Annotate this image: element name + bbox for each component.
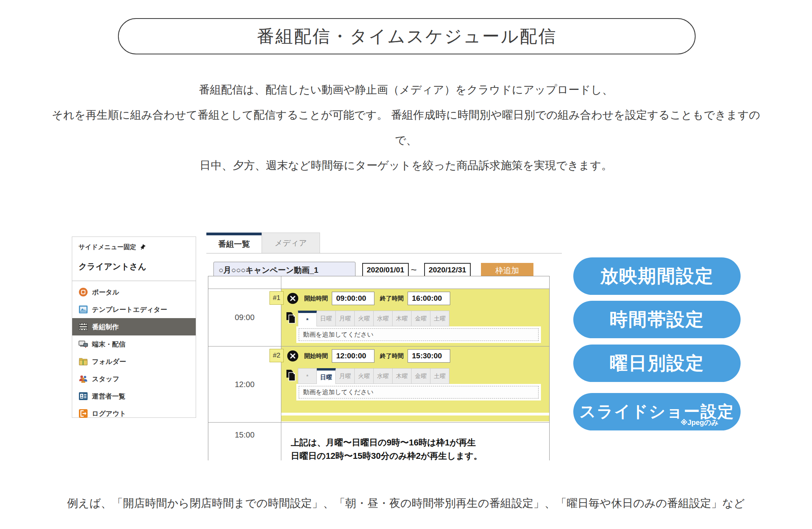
sidebar-item-label: 端末・配信 [92,340,125,349]
day-tab-mon[interactable]: 月曜 [336,368,355,384]
sidebar-item-portal[interactable]: ポータル [72,283,196,301]
day-tab-thu[interactable]: 木曜 [393,311,412,326]
start-time-label: 開始時間 [304,295,328,302]
frame-1: #1 開始時間 09:00:00 終了時間 16:00:00 * [281,289,549,346]
badge-slideshow-note: ※Jpegのみ [681,418,718,427]
add-video-dropzone[interactable]: 動画を追加してください [299,386,539,399]
folder-icon [79,357,88,366]
day-tab-tue[interactable]: 火曜 [355,311,374,326]
page-title: 番組配信・タイムスケジュール配信 [118,18,696,54]
add-video-dropzone[interactable]: 動画を追加してください [299,328,539,341]
schedule-table: 09:00 #1 開始時間 09:00:00 終了時間 16:00:00 [208,276,550,460]
day-tab-label: * [306,373,309,380]
day-tab-all[interactable]: * [298,311,317,326]
day-tab-label: 水曜 [377,373,389,380]
intro-paragraph: 番組配信は、配信したい動画や静止画（メディア）をクラウドにアップロードし、 それ… [0,77,812,178]
frame-1-video-area: 動画を追加してください [296,326,541,343]
frame-2-time-row: 開始時間 12:00:00 終了時間 15:30:00 [281,346,549,363]
example-text: 例えば、「開店時間から閉店時間までの時間設定」、「朝・昼・夜の時間帯別再生の番組… [0,496,812,511]
sidebar-pin-toggle[interactable]: サイドメニュー固定 [72,237,196,251]
day-tab-label: * [306,317,309,323]
day-tab-mon[interactable]: 月曜 [336,311,355,326]
delete-frame-icon[interactable] [287,350,299,362]
day-tab-label: 木曜 [396,315,408,322]
schedule-note-line: 日曜日の12時〜15時30分のみ枠2が再生します。 [291,449,549,460]
tab-media[interactable]: メディア [262,233,320,253]
copy-frame-icon[interactable] [285,312,296,324]
schedule-header-row [208,276,549,289]
day-tab-all[interactable]: * [298,368,317,384]
time-label-1500: 15:00 [208,423,281,460]
frame-1-time-row: 開始時間 09:00:00 終了時間 16:00:00 [281,289,549,305]
operators-list-icon [79,391,88,401]
tab-label: 番組一覧 [218,239,250,250]
day-tab-wed[interactable]: 水曜 [374,311,393,326]
pushpin-icon [139,244,146,251]
tab-program-list[interactable]: 番組一覧 [206,233,262,253]
intro-line: で、 [0,128,812,153]
page: 番組配信・タイムスケジュール配信 番組配信は、配信したい動画や静止画（メディア）… [0,0,812,529]
intro-line: それを再生順に組み合わせて番組として配信することが可能です。 番組作成時に時間別… [0,102,812,128]
staff-icon [79,374,88,384]
day-tab-label: 土曜 [434,315,446,322]
schedule-header-cell [281,276,549,289]
main-panel: 番組一覧 メディア ○月○○○キャンペーン動画_1 2020/01/01 ~ 2… [206,233,562,460]
badge-label: 曜日別設定 [610,351,704,376]
day-tab-fri[interactable]: 金曜 [412,368,430,384]
schedule-cell-1500: 上記は、月曜〜日曜日の9時〜16時は枠1が再生 日曜日の12時〜15時30分のみ… [281,423,549,460]
sidebar-pin-label: サイドメニュー固定 [79,243,136,251]
tab-bar: 番組一覧 メディア [206,233,562,253]
sidebar-item-label: テンプレートエディター [92,305,167,314]
frame-2-end-time-input[interactable]: 15:30:00 [408,349,450,363]
delete-frame-icon[interactable] [287,292,299,304]
day-tab-sun[interactable]: 日曜 [317,368,336,384]
start-date-input[interactable]: 2020/01/01 [362,263,409,277]
template-editor-icon [79,305,88,314]
sidebar-item-label: 番組制作 [92,322,119,332]
day-tab-wed[interactable]: 水曜 [374,368,393,384]
day-tab-label: 日曜 [320,315,332,322]
time-column-header [208,276,281,289]
intro-line: 日中、夕方、週末など時間毎にターゲットを絞った商品訴求施策を実現できます。 [0,153,812,178]
frame-1-start-time-input[interactable]: 09:00:00 [332,292,374,305]
day-tab-tue[interactable]: 火曜 [355,368,374,384]
day-tab-label: 水曜 [377,315,389,322]
sidebar-item-label: スタッフ [92,374,120,384]
day-tab-label: 金曜 [415,315,427,322]
date-range-separator: ~ [411,264,417,276]
sidebar-item-program-production[interactable]: 番組制作 [72,318,196,335]
schedule-cell-1200: #2 開始時間 12:00:00 終了時間 15:30:00 * [281,346,549,422]
badge-time-slot: 時間帯設定 [573,301,741,338]
frame-1-end-value: 16:00:00 [412,294,442,303]
sidebar-item-label: ログアウト [92,409,126,418]
sidebar-divider [72,281,196,281]
frame-2-yellow-strip [281,415,549,421]
day-tab-label: 土曜 [434,373,446,380]
day-tab-fri[interactable]: 金曜 [412,311,430,326]
frame-1-end-time-input[interactable]: 16:00:00 [408,292,450,305]
badge-slideshow: スライドショー設定 ※Jpegのみ [573,393,741,430]
day-tab-thu[interactable]: 木曜 [393,368,412,384]
copy-frame-icon[interactable] [285,369,296,381]
sidebar-item-logout[interactable]: ログアウト [72,405,196,422]
dropzone-text: 動画を追加してください [303,331,374,339]
sidebar-item-template-editor[interactable]: テンプレートエディター [72,301,196,318]
frame-2-start-value: 12:00:00 [336,352,366,360]
sidebar-item-folder[interactable]: フォルダー [72,353,196,370]
end-date-input[interactable]: 2020/12/31 [424,263,471,277]
sidebar-item-staff[interactable]: スタッフ [72,370,196,387]
badge-label: 時間帯設定 [610,307,704,332]
day-tab-sat[interactable]: 土曜 [430,311,449,326]
sidebar-item-operators-list[interactable]: 運営者一覧 [72,387,196,405]
schedule-row-1200: 12:00 #2 開始時間 12:00:00 終了時間 15:30:00 [208,346,549,423]
badge-label: 放映期間設定 [600,264,714,289]
schedule-row-1500: 15:00 上記は、月曜〜日曜日の9時〜16時は枠1が再生 日曜日の12時〜15… [208,423,549,460]
frame-2-start-time-input[interactable]: 12:00:00 [332,349,374,363]
day-tab-sun[interactable]: 日曜 [317,311,336,326]
program-name-value: ○月○○○キャンペーン動画_1 [219,265,318,276]
sidebar-item-devices-delivery[interactable]: 端末・配信 [72,335,196,353]
day-tab-label: 月曜 [339,315,351,322]
portal-icon [79,287,88,297]
day-tab-sat[interactable]: 土曜 [430,368,449,384]
page-title-text: 番組配信・タイムスケジュール配信 [257,25,557,48]
